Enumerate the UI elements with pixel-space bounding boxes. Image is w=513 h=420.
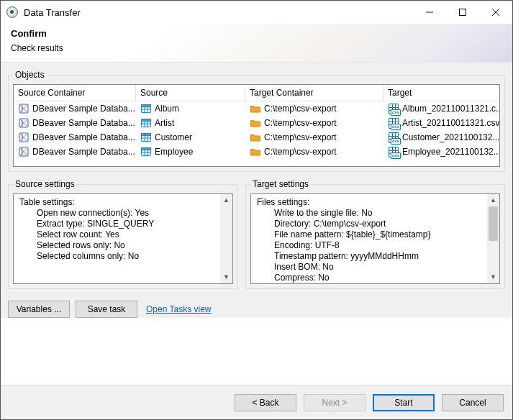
settings-row: Source settings Table settings: Open new… — [8, 179, 505, 296]
table-row[interactable]: DBeaver Sample Databa... Artist C:\temp\… — [14, 116, 499, 130]
database-icon — [18, 132, 29, 143]
variables-button[interactable]: Variables ... — [8, 301, 70, 318]
folder-icon — [250, 146, 261, 158]
folder-icon — [250, 132, 261, 143]
svg-rect-6 — [142, 105, 151, 107]
target-settings-group: Target settings Files settings: Write to… — [245, 179, 505, 289]
wizard-footer: < Back Next > Start Cancel — [1, 385, 512, 419]
scroll-up-icon[interactable]: ▲ — [220, 194, 232, 206]
table-row[interactable]: DBeaver Sample Databa... Employee C:\tem… — [14, 145, 499, 159]
table-icon — [140, 117, 152, 129]
csv-file-icon: csv — [388, 146, 399, 158]
col-source[interactable]: Source — [136, 85, 245, 101]
settings-line: Encoding: UTF-8 — [257, 240, 485, 251]
settings-line: Select row count: Yes — [19, 229, 218, 240]
database-icon — [18, 117, 29, 129]
scroll-down-icon[interactable]: ▼ — [220, 271, 232, 283]
svg-rect-1 — [460, 9, 466, 16]
source-settings-panel: Table settings: Open new connection(s): … — [13, 193, 233, 284]
target-settings-heading: Files settings: — [257, 197, 485, 208]
window-controls — [413, 1, 512, 24]
settings-line: Write to the single file: No — [257, 208, 485, 219]
page-subtitle: Check results — [11, 43, 502, 53]
start-button[interactable]: Start — [373, 394, 435, 411]
cell-source: Album — [136, 101, 245, 116]
table-icon — [140, 132, 152, 143]
wizard-body: Objects Source Container Source Target C… — [1, 63, 512, 318]
target-settings-panel: Files settings: Write to the single file… — [250, 193, 500, 284]
cell-source-container: DBeaver Sample Databa... — [14, 101, 136, 116]
cell-target-container: C:\temp\csv-export — [245, 130, 383, 145]
settings-line: Compress: No — [257, 273, 485, 283]
close-button[interactable] — [479, 1, 512, 24]
settings-line: File name pattern: ${table}_${timestamp} — [257, 229, 485, 240]
cell-target: csv Customer_2021100132... — [383, 130, 499, 145]
cell-source: Employee — [136, 145, 245, 159]
svg-rect-24 — [142, 148, 151, 150]
cell-target: csv Employee_2021100132... — [383, 145, 499, 159]
table-row[interactable]: DBeaver Sample Databa... Album C:\temp\c… — [14, 101, 499, 116]
folder-icon — [250, 117, 261, 129]
csv-file-icon: csv — [388, 132, 399, 143]
cell-source: Artist — [136, 116, 245, 130]
next-button: Next > — [304, 394, 366, 411]
col-target[interactable]: Target — [383, 85, 499, 101]
cell-source: Customer — [136, 130, 245, 145]
scroll-up-icon[interactable]: ▲ — [487, 194, 499, 206]
cell-target: csv Album_202110011321.c... — [383, 101, 499, 116]
settings-line: Selected rows only: No — [19, 240, 218, 251]
scroll-thumb[interactable] — [489, 206, 498, 241]
objects-legend: Objects — [13, 70, 47, 80]
csv-file-icon: csv — [388, 103, 399, 114]
settings-line: Insert BOM: No — [257, 262, 485, 273]
settings-line: Selected columns only: No — [19, 251, 218, 262]
titlebar: Data Transfer — [1, 1, 512, 24]
cancel-button[interactable]: Cancel — [442, 394, 504, 411]
cell-target-container: C:\temp\csv-export — [245, 101, 383, 116]
app-icon — [6, 6, 18, 18]
scroll-down-icon[interactable]: ▼ — [487, 271, 499, 283]
open-tasks-link[interactable]: Open Tasks view — [146, 304, 212, 314]
folder-icon — [250, 103, 261, 114]
cell-target-container: C:\temp\csv-export — [245, 145, 383, 159]
col-target-container[interactable]: Target Container — [245, 85, 383, 101]
csv-file-icon: csv — [388, 117, 399, 129]
settings-line: Extract type: SINGLE_QUERY — [19, 219, 218, 229]
table-icon — [140, 146, 152, 158]
objects-header-row: Source Container Source Target Container… — [14, 85, 499, 101]
actions-row: Variables ... Save task Open Tasks view — [8, 296, 505, 318]
wizard-header: Confirm Check results — [1, 24, 512, 63]
cell-source-container: DBeaver Sample Databa... — [14, 130, 136, 145]
maximize-button[interactable] — [446, 1, 479, 24]
source-settings-group: Source settings Table settings: Open new… — [8, 179, 238, 289]
source-settings-heading: Table settings: — [19, 197, 218, 208]
source-scrollbar[interactable]: ▲ ▼ — [220, 194, 232, 283]
source-settings-legend: Source settings — [13, 179, 77, 189]
col-source-container[interactable]: Source Container — [14, 85, 136, 101]
window-title: Data Transfer — [24, 7, 413, 18]
database-icon — [18, 146, 29, 158]
objects-body: DBeaver Sample Databa... Album C:\temp\c… — [14, 101, 499, 159]
database-icon — [18, 103, 29, 114]
svg-rect-18 — [142, 134, 151, 136]
table-icon — [140, 103, 152, 114]
minimize-button[interactable] — [413, 1, 446, 24]
svg-rect-12 — [142, 119, 151, 122]
table-row[interactable]: DBeaver Sample Databa... Customer C:\tem… — [14, 130, 499, 145]
cell-source-container: DBeaver Sample Databa... — [14, 145, 136, 159]
target-scrollbar[interactable]: ▲ ▼ — [487, 194, 499, 283]
cell-target: csv Artist_202110011321.csv — [383, 116, 499, 130]
target-settings-legend: Target settings — [250, 179, 311, 189]
save-task-button[interactable]: Save task — [76, 301, 137, 318]
page-title: Confirm — [11, 28, 502, 39]
settings-line: Timestamp pattern: yyyyMMddHHmm — [257, 251, 485, 262]
objects-table: Source Container Source Target Container… — [13, 84, 500, 167]
settings-line: Directory: C:\temp\csv-export — [257, 219, 485, 229]
cell-target-container: C:\temp\csv-export — [245, 116, 383, 130]
back-button[interactable]: < Back — [235, 394, 296, 411]
objects-group: Objects Source Container Source Target C… — [8, 70, 505, 172]
cell-source-container: DBeaver Sample Databa... — [14, 116, 136, 130]
settings-line: Open new connection(s): Yes — [19, 208, 218, 219]
